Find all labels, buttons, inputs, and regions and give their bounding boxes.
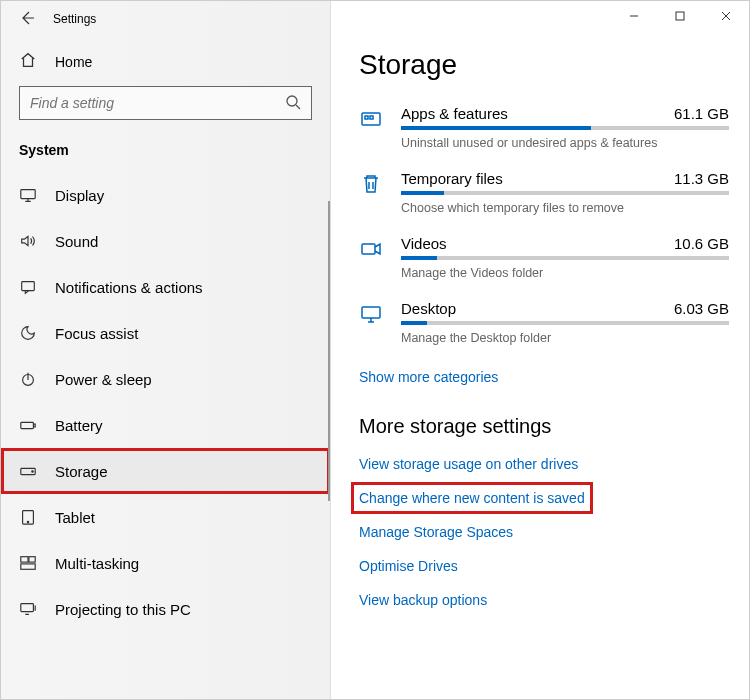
sidebar-item-label: Multi-tasking (55, 555, 139, 572)
category-desc: Uninstall unused or undesired apps & fea… (401, 136, 729, 150)
desktop-icon (359, 302, 383, 326)
more-storage-links: View storage usage on other drives Chang… (359, 456, 729, 608)
svg-rect-10 (29, 557, 35, 562)
svg-rect-4 (21, 422, 34, 428)
back-icon[interactable] (19, 10, 35, 29)
link-view-backup-options[interactable]: View backup options (359, 592, 487, 608)
svg-rect-1 (21, 190, 35, 199)
category-name: Videos (401, 235, 447, 252)
search-icon (285, 94, 301, 113)
svg-rect-13 (676, 12, 684, 20)
maximize-button[interactable] (657, 1, 703, 31)
category-name: Temporary files (401, 170, 503, 187)
sidebar-item-projecting[interactable]: Projecting to this PC (1, 586, 330, 632)
sidebar-item-label: Notifications & actions (55, 279, 203, 296)
storage-categories: Apps & features 61.1 GB Uninstall unused… (359, 105, 729, 345)
category-desc: Choose which temporary files to remove (401, 201, 729, 215)
category-videos[interactable]: Videos 10.6 GB Manage the Videos folder (359, 235, 729, 280)
sidebar-item-battery[interactable]: Battery (1, 402, 330, 448)
sidebar-item-label: Projecting to this PC (55, 601, 191, 618)
link-manage-storage-spaces[interactable]: Manage Storage Spaces (359, 524, 513, 540)
video-icon (359, 237, 383, 261)
svg-rect-15 (365, 116, 368, 119)
sidebar-item-label: Power & sleep (55, 371, 152, 388)
category-temporary-files[interactable]: Temporary files 11.3 GB Choose which tem… (359, 170, 729, 215)
svg-rect-9 (21, 557, 28, 562)
sidebar: Settings Home System Display (1, 1, 331, 699)
link-optimise-drives[interactable]: Optimise Drives (359, 558, 458, 574)
svg-rect-2 (22, 282, 35, 291)
search-box[interactable] (19, 86, 312, 120)
sidebar-item-tablet[interactable]: Tablet (1, 494, 330, 540)
category-desc: Manage the Desktop folder (401, 331, 729, 345)
home-icon (19, 51, 37, 72)
sidebar-item-label: Display (55, 187, 104, 204)
sidebar-item-multitasking[interactable]: Multi-tasking (1, 540, 330, 586)
sidebar-item-label: Storage (55, 463, 108, 480)
category-desktop[interactable]: Desktop 6.03 GB Manage the Desktop folde… (359, 300, 729, 345)
svg-rect-16 (370, 116, 373, 119)
svg-rect-17 (362, 244, 375, 254)
progress-bar (401, 256, 729, 260)
link-change-where-saved[interactable]: Change where new content is saved (359, 490, 585, 506)
sidebar-item-storage[interactable]: Storage (1, 448, 330, 494)
svg-rect-18 (362, 307, 380, 318)
sidebar-item-notifications[interactable]: Notifications & actions (1, 264, 330, 310)
progress-bar (401, 321, 729, 325)
window-controls (611, 1, 749, 31)
titlebar: Settings (1, 1, 330, 37)
category-size: 10.6 GB (674, 235, 729, 252)
home-label: Home (55, 54, 92, 70)
sidebar-item-power-sleep[interactable]: Power & sleep (1, 356, 330, 402)
category-size: 61.1 GB (674, 105, 729, 122)
trash-icon (359, 172, 383, 196)
section-label-system: System (1, 136, 330, 172)
category-size: 11.3 GB (674, 170, 729, 187)
sidebar-item-sound[interactable]: Sound (1, 218, 330, 264)
sidebar-item-label: Focus assist (55, 325, 138, 342)
more-storage-heading: More storage settings (359, 415, 729, 438)
nav-list: Display Sound Notifications & actions Fo… (1, 172, 330, 632)
category-name: Desktop (401, 300, 456, 317)
page-title: Storage (359, 49, 729, 81)
svg-point-8 (27, 521, 28, 522)
svg-point-6 (32, 471, 33, 472)
close-button[interactable] (703, 1, 749, 31)
svg-point-0 (287, 96, 297, 106)
search-input[interactable] (30, 95, 285, 111)
sidebar-item-display[interactable]: Display (1, 172, 330, 218)
main-panel: Storage Apps & features 61.1 GB Uninstal… (331, 1, 749, 699)
scrollbar[interactable] (328, 201, 330, 501)
progress-bar (401, 191, 729, 195)
category-name: Apps & features (401, 105, 508, 122)
sidebar-item-label: Battery (55, 417, 103, 434)
category-apps-features[interactable]: Apps & features 61.1 GB Uninstall unused… (359, 105, 729, 150)
apps-icon (359, 107, 383, 131)
svg-rect-11 (21, 564, 35, 569)
category-desc: Manage the Videos folder (401, 266, 729, 280)
app-title: Settings (53, 12, 96, 26)
svg-rect-12 (21, 604, 34, 612)
show-more-categories-link[interactable]: Show more categories (359, 369, 498, 385)
sidebar-item-label: Sound (55, 233, 98, 250)
link-view-usage-other-drives[interactable]: View storage usage on other drives (359, 456, 578, 472)
category-size: 6.03 GB (674, 300, 729, 317)
minimize-button[interactable] (611, 1, 657, 31)
sidebar-item-focus-assist[interactable]: Focus assist (1, 310, 330, 356)
sidebar-item-label: Tablet (55, 509, 95, 526)
home-nav[interactable]: Home (1, 37, 330, 86)
progress-bar (401, 126, 729, 130)
